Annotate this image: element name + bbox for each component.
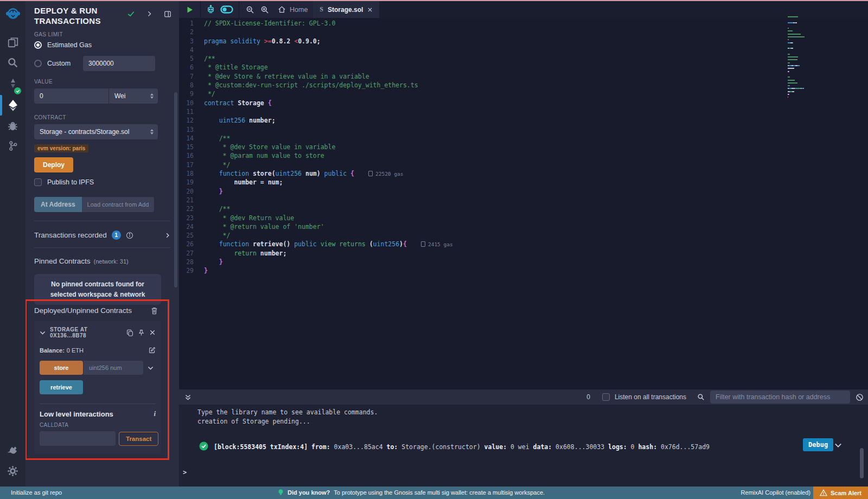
tx-summary[interactable]: [block:5583405 txIndex:4] from: 0xa03...… (214, 443, 710, 451)
code-line[interactable]: 9 */ (179, 89, 868, 98)
code-line[interactable]: 16 * @param num value to store (179, 151, 868, 160)
code-lines[interactable]: 1// SPDX-License-Identifier: GPL-3.023pr… (179, 19, 868, 276)
zoom-out-icon[interactable] (246, 5, 254, 14)
zoom-in-icon[interactable] (260, 5, 269, 14)
side-panel-scrollbar[interactable] (174, 92, 177, 287)
git-icon[interactable] (0, 140, 25, 152)
gas-limit-label: GAS LIMIT (34, 31, 179, 37)
listen-all-checkbox[interactable] (602, 393, 610, 401)
code-line[interactable]: 22 /** (179, 204, 868, 213)
deploy-run-icon[interactable] (0, 99, 25, 112)
code-line[interactable]: 26 function retrieve() public view retur… (179, 240, 868, 248)
value-input[interactable] (34, 88, 108, 104)
retrieve-function-button[interactable]: retrieve (40, 380, 83, 394)
collapse-contract-icon[interactable] (40, 330, 46, 336)
code-line[interactable]: 1// SPDX-License-Identifier: GPL-3.0 (179, 19, 868, 28)
info-icon[interactable] (126, 232, 133, 239)
debugger-icon[interactable] (0, 120, 25, 132)
file-explorer-icon[interactable] (0, 36, 25, 48)
code-line[interactable]: 13 (179, 125, 868, 134)
expand-panel-icon[interactable] (146, 11, 152, 17)
lightbulb-icon (278, 489, 284, 496)
transact-button[interactable]: Transact (119, 432, 158, 446)
clear-console-icon[interactable] (856, 393, 864, 401)
store-function-button[interactable]: store (40, 361, 83, 375)
at-address-input[interactable] (82, 197, 154, 212)
settings-gear-icon[interactable] (0, 465, 25, 477)
code-editor: Home S Storage.sol 1// SPDX-License-Iden… (179, 1, 868, 389)
remove-contract-icon[interactable] (149, 329, 156, 336)
code-line[interactable]: 4 (179, 46, 868, 54)
run-script-icon[interactable] (186, 6, 194, 14)
expand-store-icon[interactable] (148, 365, 154, 371)
collapse-terminal-icon[interactable] (184, 394, 192, 401)
copilot-status[interactable]: RemixAI Copilot (enabled) (741, 489, 810, 496)
terminal-filter-input[interactable] (710, 391, 850, 404)
remix-logo[interactable] (0, 5, 25, 23)
gas-estimate: 22520 gas (368, 171, 403, 177)
tab-strip: S Storage.sol (313, 1, 868, 18)
code-line[interactable]: 15 * @dev Store value in variable (179, 143, 868, 151)
trash-icon[interactable] (151, 307, 158, 315)
terminal-search-icon (697, 393, 705, 401)
code-line[interactable]: 11 (179, 107, 868, 116)
custom-gas-radio[interactable] (34, 60, 42, 67)
code-line[interactable]: 10contract Storage { (179, 99, 868, 107)
code-line[interactable]: 14 /** (179, 134, 868, 143)
contract-select[interactable]: Storage - contracts/Storage.sol (34, 124, 158, 139)
estimated-gas-option[interactable]: Estimated Gas (34, 41, 179, 49)
code-line[interactable]: 3pragma solidity >=0.8.2 <0.9.0; (179, 37, 868, 46)
code-line[interactable]: 27 return number; (179, 249, 868, 258)
deploy-run-panel: DEPLOY & RUN TRANSACTIONS GAS LIMIT Esti… (25, 1, 179, 487)
pin-panel-icon[interactable] (164, 10, 171, 18)
code-line[interactable]: 25 */ (179, 231, 868, 240)
ai-copilot-icon[interactable] (206, 5, 215, 14)
copy-address-icon[interactable] (126, 329, 133, 336)
code-line[interactable]: 28 } (179, 258, 868, 266)
tab-storage-sol[interactable]: S Storage.sol (313, 1, 379, 18)
code-line[interactable]: 23 * @dev Return value (179, 214, 868, 222)
close-tab-icon[interactable] (367, 7, 373, 12)
code-line[interactable]: 18 function store(uint256 num) public {2… (179, 169, 868, 178)
home-tab[interactable]: Home (278, 5, 308, 14)
debug-button[interactable]: Debug (803, 438, 833, 451)
low-level-title: Low level interactions (40, 410, 113, 418)
terminal-scrollbar[interactable] (860, 448, 864, 478)
estimated-gas-radio[interactable] (34, 41, 42, 49)
plugin-manager-icon[interactable] (0, 445, 25, 456)
code-line[interactable]: 7 * @dev Store & retrieve value in a var… (179, 72, 868, 81)
value-unit-select[interactable]: Wei (109, 88, 158, 104)
code-line[interactable]: 19 number = num; (179, 178, 868, 187)
expand-transactions-icon[interactable] (165, 233, 170, 238)
search-icon[interactable] (0, 57, 25, 68)
terminal-prompt[interactable]: > (183, 469, 187, 476)
deploy-button[interactable]: Deploy (34, 157, 73, 172)
code-line[interactable]: 8 * @custom:dev-run-script ./scripts/dep… (179, 81, 868, 89)
pin-contract-icon[interactable] (138, 329, 145, 336)
code-line[interactable]: 24 * @return value of 'number' (179, 222, 868, 231)
custom-gas-input[interactable] (83, 56, 155, 71)
edit-balance-icon[interactable] (149, 347, 156, 354)
copilot-toggle[interactable] (220, 5, 233, 14)
terminal[interactable]: Type the library name to see available c… (179, 405, 868, 487)
minimap[interactable] (786, 15, 821, 110)
code-line[interactable]: 20 } (179, 187, 868, 196)
solidity-compiler-icon[interactable] (0, 78, 25, 91)
code-line[interactable]: 29} (179, 266, 868, 275)
store-arg-input[interactable] (84, 361, 143, 375)
code-line[interactable]: 5/** (179, 54, 868, 63)
code-line[interactable]: 2 (179, 28, 868, 36)
transactions-recorded-row[interactable]: Transactions recorded 1 (34, 231, 179, 240)
expand-tx-icon[interactable] (834, 442, 842, 449)
git-init-action[interactable]: Initialize as git repo (11, 489, 62, 496)
low-level-info-icon[interactable]: i (154, 410, 156, 418)
at-address-button[interactable]: At Address (34, 197, 82, 212)
publish-ipfs-option[interactable]: Publish to IPFS (34, 178, 179, 186)
calldata-input[interactable] (40, 431, 116, 446)
publish-ipfs-checkbox[interactable] (34, 178, 42, 186)
code-line[interactable]: 21 (179, 196, 868, 204)
scam-alert-button[interactable]: Scam Alert (813, 487, 868, 499)
code-line[interactable]: 6 * @title Storage (179, 63, 868, 72)
code-line[interactable]: 12 uint256 number; (179, 116, 868, 125)
code-line[interactable]: 17 */ (179, 161, 868, 169)
